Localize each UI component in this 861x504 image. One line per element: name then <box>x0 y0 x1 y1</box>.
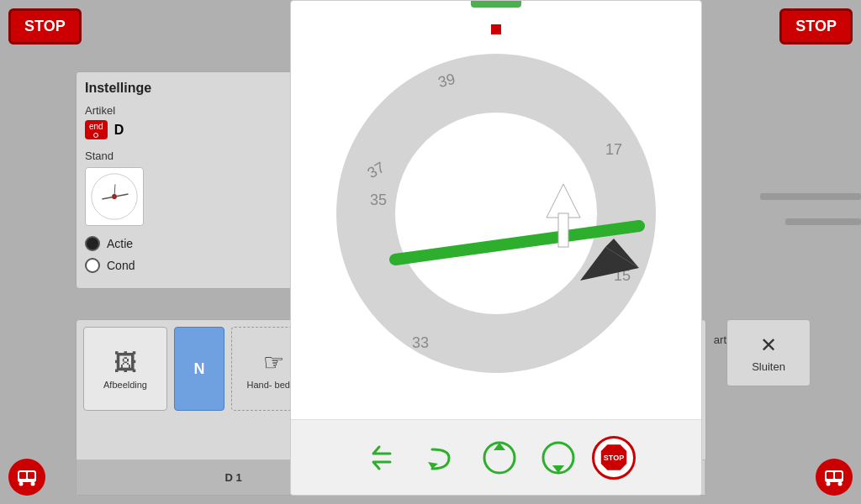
reverse-left-button[interactable] <box>357 433 407 483</box>
image-icon: 🖼 <box>114 349 137 376</box>
artikel-label: Artikel <box>85 104 285 117</box>
settings-panel: Instellinge Artikel end D Stand Actie Co… <box>76 71 294 289</box>
svg-point-4 <box>31 482 35 486</box>
svg-point-9 <box>838 482 843 486</box>
cond-radio[interactable] <box>85 258 100 273</box>
n-box[interactable]: N <box>174 327 224 411</box>
dial-svg: 39 37 35 33 15 17 <box>320 37 673 390</box>
svg-text:17: 17 <box>605 141 622 158</box>
track-line-2 <box>785 218 861 225</box>
stand-dial[interactable] <box>85 167 144 226</box>
train-icon-left <box>8 459 45 496</box>
loop-right-button[interactable] <box>533 433 584 483</box>
svg-rect-6 <box>827 472 833 479</box>
svg-rect-7 <box>835 472 842 479</box>
modal-stop-button[interactable]: STOP <box>592 436 636 480</box>
modal-content: 39 37 35 33 15 17 <box>291 8 701 495</box>
svg-rect-2 <box>28 472 34 479</box>
stop-button-right[interactable]: STOP <box>779 8 853 45</box>
actie-label: Actie <box>107 237 133 250</box>
train-icon-right <box>816 459 853 496</box>
sluiten-panel: ✕ Sluiten <box>726 319 811 386</box>
red-indicator <box>491 24 501 34</box>
loop-left-button[interactable] <box>474 433 525 483</box>
bottom-controls: STOP <box>291 419 701 495</box>
panel-title: Instellinge <box>85 81 285 96</box>
actie-radio[interactable] <box>85 236 100 251</box>
svg-text:35: 35 <box>370 192 387 208</box>
sluiten-label: Sluiten <box>752 360 785 373</box>
modal-top-bar <box>471 1 521 8</box>
hand-icon: ☞ <box>263 349 284 376</box>
svg-point-8 <box>827 482 831 486</box>
artikel-d: D <box>114 123 124 138</box>
stop-icon: STOP <box>598 442 630 474</box>
actie-row[interactable]: Actie <box>85 236 285 251</box>
artikel-row: end D <box>85 120 285 139</box>
close-button[interactable]: ✕ <box>760 333 777 357</box>
cond-label: Cond <box>107 259 135 272</box>
stand-label: Stand <box>85 150 285 162</box>
start-label: art <box>714 333 726 346</box>
track-line-1 <box>760 193 861 200</box>
main-modal: 39 37 35 33 15 17 <box>290 0 702 496</box>
cond-row[interactable]: Cond <box>85 258 285 273</box>
forward-left-button[interactable] <box>415 433 466 483</box>
afbeelding-label: Afbeelding <box>103 380 147 390</box>
afbeelding-box[interactable]: 🖼 Afbeelding <box>83 327 167 411</box>
n-label: N <box>194 360 205 378</box>
svg-rect-26 <box>558 213 568 247</box>
stop-button-left[interactable]: STOP <box>8 8 82 45</box>
start-area[interactable]: art <box>714 332 726 347</box>
svg-rect-1 <box>19 472 26 479</box>
end-badge: end <box>85 120 108 139</box>
svg-point-3 <box>19 482 24 486</box>
end-dot <box>93 133 98 138</box>
end-text: end <box>89 122 103 131</box>
dial-area[interactable]: 39 37 35 33 15 17 <box>291 8 701 419</box>
svg-text:33: 33 <box>412 334 429 351</box>
